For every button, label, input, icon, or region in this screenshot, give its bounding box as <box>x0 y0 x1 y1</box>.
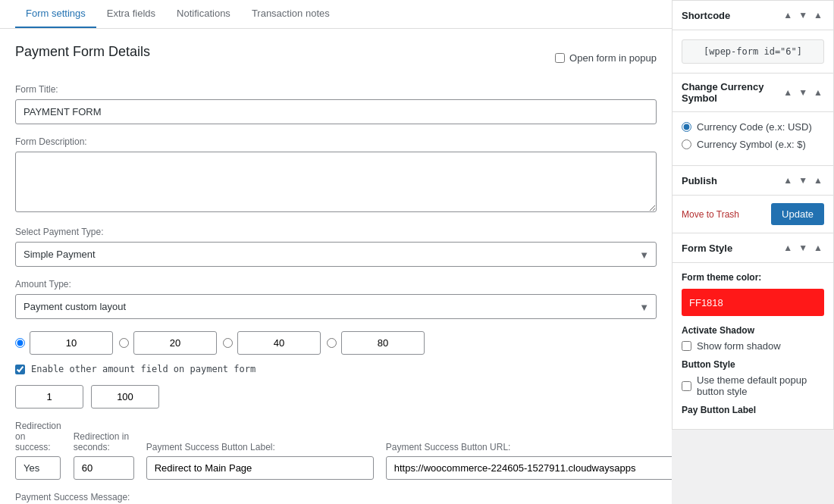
publish-panel: Publish ▲ ▼ ▲ Move to Trash Update <box>672 166 834 233</box>
min-amount-input[interactable] <box>15 385 83 409</box>
enable-other-amount-label[interactable]: Enable other amount field on payment for… <box>31 364 256 374</box>
success-url-input[interactable] <box>386 456 672 480</box>
enable-other-amount-row: Enable other amount field on payment for… <box>15 364 657 374</box>
activate-shadow-label: Activate Shadow <box>682 325 824 336</box>
payment-type-label: Select Payment Type: <box>15 227 657 237</box>
payment-type-select-wrapper: Simple Payment Recurring Payment ▼ <box>15 242 657 267</box>
redirection-seconds-field: Redirection in seconds: <box>74 431 134 480</box>
sidebar: Shortcode ▲ ▼ ▲ [wpep-form id="6"] Chang… <box>672 0 834 504</box>
redirection-select[interactable]: Yes No <box>15 456 61 480</box>
show-shadow-row: Show form shadow <box>682 340 824 352</box>
min-max-row <box>15 385 657 409</box>
currency-panel-controls: ▲ ▼ ▲ <box>782 86 824 99</box>
theme-color-label: Form theme color: <box>682 272 824 283</box>
currency-panel-body: Currency Code (e.x: USD) Currency Symbol… <box>673 112 833 165</box>
shortcode-panel-body: [wpep-form id="6"] <box>673 30 833 73</box>
tab-extra-fields[interactable]: Extra fields <box>96 0 166 28</box>
amount-input-2[interactable] <box>133 331 217 355</box>
redirection-seconds-input[interactable] <box>74 456 134 480</box>
form-style-panel: Form Style ▲ ▼ ▲ Form theme color: FF181… <box>672 233 834 430</box>
move-to-trash-link[interactable]: Move to Trash <box>682 209 739 220</box>
redirection-label: Redirection on success: <box>15 421 61 452</box>
success-button-label-label: Payment Success Button Label: <box>146 442 374 452</box>
form-style-panel-header[interactable]: Form Style ▲ ▼ ▲ <box>673 233 833 263</box>
amount-radio-input-2[interactable] <box>119 338 129 348</box>
shortcode-panel-controls: ▲ ▼ ▲ <box>782 8 824 22</box>
amount-input-1[interactable] <box>30 331 113 355</box>
amount-radio-2 <box>119 331 217 355</box>
publish-minimize-btn[interactable]: ▲ <box>812 174 824 187</box>
amount-type-select-wrapper: Payment custom layout Fixed amount User … <box>15 294 657 319</box>
currency-symbol-radio[interactable] <box>682 139 691 149</box>
currency-symbol-label[interactable]: Currency Symbol (e.x: $) <box>697 139 806 150</box>
show-shadow-checkbox[interactable] <box>682 341 691 351</box>
form-content: Payment Form Details Open form in popup … <box>0 29 672 504</box>
redirection-field: Redirection on success: Yes No <box>15 421 61 480</box>
form-style-panel-body: Form theme color: FF1818 Activate Shadow… <box>673 263 833 429</box>
amount-radio-1 <box>15 331 113 355</box>
currency-panel-title: Change Currency Symbol <box>682 81 782 104</box>
theme-color-swatch[interactable]: FF1818 <box>682 289 824 316</box>
currency-minimize-btn[interactable]: ▲ <box>812 86 824 99</box>
pay-button-label: Pay Button Label <box>682 405 824 415</box>
payment-type-select[interactable]: Simple Payment Recurring Payment <box>15 242 657 267</box>
form-style-panel-controls: ▲ ▼ ▲ <box>782 241 824 255</box>
redirection-select-wrapper: Yes No <box>15 456 61 480</box>
shortcode-collapse-down-btn[interactable]: ▼ <box>797 8 809 22</box>
amount-radio-input-1[interactable] <box>15 338 25 348</box>
open-form-popup-label[interactable]: Open form in popup <box>569 52 657 64</box>
amount-type-label: Amount Type: <box>15 279 657 290</box>
publish-panel-header[interactable]: Publish ▲ ▼ ▲ <box>673 166 833 196</box>
payment-type-row: Select Payment Type: Simple Payment Recu… <box>15 227 657 267</box>
amount-type-row: Amount Type: Payment custom layout Fixed… <box>15 279 657 319</box>
success-url-label: Payment Success Button URL: <box>386 442 672 452</box>
max-amount-input[interactable] <box>91 385 159 409</box>
amount-input-3[interactable] <box>237 331 321 355</box>
button-style-row: Use theme default popup button style <box>682 374 824 397</box>
form-description-label: Form Description: <box>15 136 657 147</box>
amount-radios-row <box>15 331 657 355</box>
tab-form-settings[interactable]: Form settings <box>15 0 96 28</box>
update-button[interactable]: Update <box>771 203 824 225</box>
amount-input-4[interactable] <box>341 331 425 355</box>
form-description-row: Form Description: <box>15 136 657 214</box>
popup-checkbox-row: Open form in popup <box>555 52 657 64</box>
shortcode-collapse-up-btn[interactable]: ▲ <box>782 8 794 22</box>
success-button-label-input[interactable] <box>146 456 374 480</box>
amount-radio-input-4[interactable] <box>327 338 337 348</box>
publish-collapse-up-btn[interactable]: ▲ <box>782 174 794 187</box>
tab-transaction-notes[interactable]: Transaction notes <box>241 0 340 28</box>
amount-radio-4 <box>327 331 425 355</box>
form-title-row: Form Title: <box>15 84 657 124</box>
shortcode-minimize-btn[interactable]: ▲ <box>812 8 824 22</box>
button-style-checkbox-label[interactable]: Use theme default popup button style <box>697 374 824 397</box>
currency-panel-header[interactable]: Change Currency Symbol ▲ ▼ ▲ <box>673 74 833 112</box>
shortcode-panel: Shortcode ▲ ▼ ▲ [wpep-form id="6"] <box>672 0 834 74</box>
form-title-input[interactable] <box>15 99 657 124</box>
publish-panel-body: Move to Trash Update <box>673 196 833 233</box>
currency-code-radio[interactable] <box>682 122 691 132</box>
currency-collapse-up-btn[interactable]: ▲ <box>782 86 794 99</box>
form-style-minimize-btn[interactable]: ▲ <box>812 241 824 255</box>
form-style-collapse-up-btn[interactable]: ▲ <box>782 241 794 255</box>
currency-code-option: Currency Code (e.x: USD) <box>682 121 824 133</box>
bottom-fields-row: Redirection on success: Yes No Redirecti… <box>15 421 657 480</box>
shortcode-value[interactable]: [wpep-form id="6"] <box>682 39 824 64</box>
button-style-checkbox[interactable] <box>682 381 691 391</box>
amount-radio-input-3[interactable] <box>223 338 233 348</box>
amount-type-select[interactable]: Payment custom layout Fixed amount User … <box>15 294 657 319</box>
publish-collapse-down-btn[interactable]: ▼ <box>797 174 809 187</box>
form-title-label: Form Title: <box>15 84 657 95</box>
form-description-textarea[interactable] <box>15 152 657 212</box>
shortcode-panel-header[interactable]: Shortcode ▲ ▼ ▲ <box>673 1 833 30</box>
amount-radio-3 <box>223 331 321 355</box>
open-form-popup-checkbox[interactable] <box>555 53 565 63</box>
publish-panel-controls: ▲ ▼ ▲ <box>782 174 824 187</box>
enable-other-amount-checkbox[interactable] <box>15 365 25 374</box>
tab-notifications[interactable]: Notifications <box>166 0 241 28</box>
form-style-collapse-down-btn[interactable]: ▼ <box>797 241 809 255</box>
success-message-label: Payment Success Message: <box>15 492 657 502</box>
currency-code-label[interactable]: Currency Code (e.x: USD) <box>697 121 812 133</box>
currency-collapse-down-btn[interactable]: ▼ <box>797 86 809 99</box>
show-shadow-label[interactable]: Show form shadow <box>697 340 781 352</box>
